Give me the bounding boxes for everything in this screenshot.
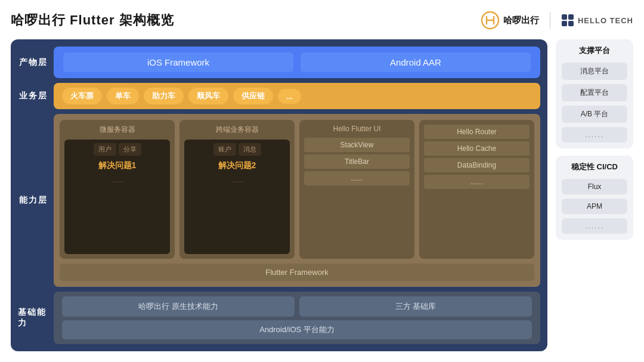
halo-icon xyxy=(481,11,500,30)
biz-more: ... xyxy=(278,89,301,104)
micro-items-row: 用户 分享 xyxy=(68,143,166,156)
flutter-ui-dots: ...... xyxy=(304,171,410,185)
foundation-layer-label: 基础能力 xyxy=(18,292,49,344)
hello-tools-container: Hello Router Hello Cache DataBinding ...… xyxy=(419,120,534,259)
foundation-layer-content: 哈啰出行 原生技术能力 三方 基础库 Android/iOS 平台能力 xyxy=(54,292,540,344)
content-row: 产物层 iOS Framework Android AAR 业务层 火车票 单车… xyxy=(11,39,633,351)
hello-cache: Hello Cache xyxy=(424,141,530,156)
stability-title: 稳定性 CI/CD xyxy=(562,162,627,172)
cross-items-row: 账户 消息 xyxy=(188,143,286,156)
halo-logo: 哈啰出行 xyxy=(481,11,539,30)
capability-layer-content: 微服务容器 用户 分享 解决问题1 ...... xyxy=(54,114,540,287)
cross-dots: ...... xyxy=(188,176,286,184)
svg-rect-4 xyxy=(568,21,574,26)
biz-ebike: 助力车 xyxy=(144,88,184,104)
capability-layer-row: 能力层 微服务容器 用户 分享 解决问题1 . xyxy=(18,114,540,287)
logo-area: 哈啰出行 HELLO TECH xyxy=(481,11,633,30)
foundation-native: 哈啰出行 原生技术能力 xyxy=(62,296,295,317)
micro-user: 用户 xyxy=(94,143,116,156)
sidebar-apm: APM xyxy=(562,199,627,214)
cross-msg: 消息 xyxy=(239,143,261,156)
hello-router: Hello Router xyxy=(424,125,530,139)
logo-divider xyxy=(550,12,550,29)
flutter-ui-stackview: StackView xyxy=(304,138,410,152)
foundation-thirdparty: 三方 基础库 xyxy=(299,296,532,317)
sidebar-config-platform: 配置平台 xyxy=(562,84,627,101)
sidebar-platform-dots: ...... xyxy=(562,127,627,143)
stability-section: 稳定性 CI/CD Flux APM ...... xyxy=(556,156,633,240)
cross-title: 跨端业务容器 xyxy=(184,125,290,135)
hello-tools-dots: ...... xyxy=(424,175,530,189)
foundation-layer-row: 基础能力 哈啰出行 原生技术能力 三方 基础库 Android/iOS 平台能力 xyxy=(18,292,540,344)
flutter-ui-title: Hello Flutter UI xyxy=(304,125,410,133)
business-layer-row: 业务层 火车票 单车 助力车 顺风车 供应链 ... xyxy=(18,83,540,109)
biz-supply: 供应链 xyxy=(233,88,273,104)
arch-area: 产物层 iOS Framework Android AAR 业务层 火车票 单车… xyxy=(11,39,547,351)
biz-train: 火车票 xyxy=(62,88,102,104)
brand-name: 哈啰出行 xyxy=(503,15,539,26)
flutter-ui-titlebar: TitleBar xyxy=(304,154,410,169)
biz-rideshare: 顺风车 xyxy=(188,88,228,104)
micro-share: 分享 xyxy=(119,143,141,156)
cross-inner: 账户 消息 解决问题2 ...... xyxy=(184,140,290,254)
product-layer-label: 产物层 xyxy=(18,47,49,78)
business-layer-content: 火车票 单车 助力车 顺风车 供应链 ... xyxy=(54,83,540,109)
page-title: 哈啰出行 Flutter 架构概览 xyxy=(11,11,174,29)
product-layer-row: 产物层 iOS Framework Android AAR xyxy=(18,47,540,78)
cap-inner-row: 微服务容器 用户 分享 解决问题1 ...... xyxy=(60,120,534,259)
sidebar-stability-dots: ...... xyxy=(562,218,627,234)
cross-problem: 解决问题2 xyxy=(188,158,286,174)
main-container: 哈啰出行 Flutter 架构概览 哈啰出行 xyxy=(0,0,644,362)
tech-label: HELLO TECH xyxy=(578,16,633,25)
svg-rect-2 xyxy=(568,14,574,20)
svg-rect-3 xyxy=(562,21,567,26)
sidebar-ab-platform: A/B 平台 xyxy=(562,106,627,123)
title-row: 哈啰出行 Flutter 架构概览 哈啰出行 xyxy=(11,11,633,30)
product-ios: iOS Framework xyxy=(63,52,293,72)
right-sidebar: 支撑平台 消息平台 配置平台 A/B 平台 ...... 稳定性 CI/CD F… xyxy=(556,39,633,351)
cross-account: 账户 xyxy=(213,143,236,156)
flutter-framework-bar: Flutter Framework xyxy=(60,264,534,281)
micro-title: 微服务容器 xyxy=(64,125,170,135)
support-platform-section: 支撑平台 消息平台 配置平台 A/B 平台 ...... xyxy=(556,39,633,148)
product-android: Android AAR xyxy=(301,52,531,72)
support-platform-title: 支撑平台 xyxy=(562,45,627,56)
biz-bike: 单车 xyxy=(107,88,139,104)
foundation-platform: Android/iOS 平台能力 xyxy=(62,320,532,339)
foundation-top-row: 哈啰出行 原生技术能力 三方 基础库 xyxy=(62,296,532,317)
micro-problem: 解决问题1 xyxy=(68,158,166,174)
sidebar-flux: Flux xyxy=(562,179,627,194)
micro-dots: ...... xyxy=(68,176,166,184)
product-layer-content: iOS Framework Android AAR xyxy=(54,47,540,78)
hello-tech-logo: HELLO TECH xyxy=(561,14,633,27)
capability-layer-label: 能力层 xyxy=(18,114,49,287)
micro-service-container: 微服务容器 用户 分享 解决问题1 ...... xyxy=(60,120,175,259)
micro-inner: 用户 分享 解决问题1 ...... xyxy=(64,140,170,254)
flutter-ui-container: Hello Flutter UI StackView TitleBar ....… xyxy=(299,120,414,259)
business-layer-label: 业务层 xyxy=(18,83,49,109)
sidebar-msg-platform: 消息平台 xyxy=(562,63,627,80)
svg-rect-1 xyxy=(562,14,567,20)
data-binding: DataBinding xyxy=(424,158,530,172)
cross-service-container: 跨端业务容器 账户 消息 解决问题2 ...... xyxy=(179,120,295,259)
